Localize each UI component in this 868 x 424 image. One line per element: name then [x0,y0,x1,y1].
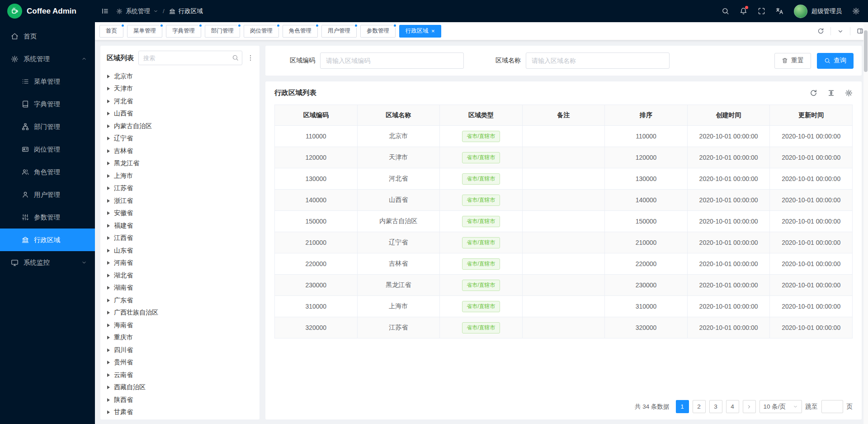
tree-item-西藏自治区[interactable]: 西藏自治区 [100,381,259,394]
expand-caret-icon[interactable] [107,162,110,165]
tree-search-input[interactable] [138,51,242,65]
expand-caret-icon[interactable] [107,174,110,178]
sidebar-group-system[interactable]: 系统管理 [0,48,95,70]
region-name-input[interactable] [526,52,670,69]
table-row[interactable]: 150000内蒙古自治区省市/直辖市1500002020-10-01 00:00… [275,211,853,232]
tree-item-青海省[interactable]: 青海省 [100,419,259,419]
expand-caret-icon[interactable] [107,186,110,190]
close-icon[interactable]: × [431,28,435,34]
tree-item-山西省[interactable]: 山西省 [100,108,259,120]
tab-close-dot[interactable] [393,24,397,28]
expand-caret-icon[interactable] [107,398,110,402]
page-button-4[interactable]: 4 [726,400,739,413]
tree-item-黑龙江省[interactable]: 黑龙江省 [100,157,259,170]
tree-item-湖北省[interactable]: 湖北省 [100,269,259,282]
sidebar-fold-icon[interactable] [101,7,109,15]
table-row[interactable]: 320000江苏省省市/直辖市3200002020-10-01 00:00:00… [275,317,853,338]
tree-item-河北省[interactable]: 河北省 [100,95,259,108]
tab-close-dot[interactable] [237,24,241,28]
expand-caret-icon[interactable] [107,373,110,377]
page-button-3[interactable]: 3 [709,400,722,413]
search-button[interactable]: 查询 [817,53,854,69]
tab-部门管理[interactable]: 部门管理 [205,25,240,38]
expand-caret-icon[interactable] [107,348,110,352]
tab-字典管理[interactable]: 字典管理 [166,25,201,38]
bell-icon[interactable] [740,7,747,15]
table-row[interactable]: 220000吉林省省市/直辖市2200002020-10-01 00:00:00… [275,253,853,275]
tree-item-广西壮族自治区[interactable]: 广西壮族自治区 [100,307,259,319]
next-page-button[interactable] [743,400,756,413]
table-row[interactable]: 230000黑龙江省省市/直辖市2300002020-10-01 00:00:0… [275,275,853,296]
sidebar-item-岗位管理[interactable]: 岗位管理 [0,138,95,161]
tree-item-上海市[interactable]: 上海市 [100,170,259,182]
expand-caret-icon[interactable] [107,149,110,153]
expand-caret-icon[interactable] [107,224,110,228]
page-size-select[interactable]: 10 条/页 [760,400,802,413]
table-row[interactable]: 130000河北省省市/直辖市1300002020-10-01 00:00:00… [275,168,853,190]
table-row[interactable]: 120000天津市省市/直辖市1200002020-10-01 00:00:00… [275,147,853,168]
scrollbar-thumb[interactable] [864,30,868,72]
tree-item-甘肃省[interactable]: 甘肃省 [100,406,259,419]
chevron-down-icon[interactable] [837,28,844,34]
sidebar-group-monitor[interactable]: 系统监控 [0,251,95,274]
expand-caret-icon[interactable] [107,87,110,91]
tree-item-四川省[interactable]: 四川省 [100,344,259,357]
search-icon[interactable] [722,7,729,15]
tree-item-湖南省[interactable]: 湖南省 [100,282,259,295]
sidebar-item-部门管理[interactable]: 部门管理 [0,115,95,138]
tree-item-江西省[interactable]: 江西省 [100,232,259,245]
tree-item-天津市[interactable]: 天津市 [100,83,259,95]
sidebar-item-字典管理[interactable]: 字典管理 [0,93,95,115]
avatar[interactable] [794,5,807,18]
expand-caret-icon[interactable] [107,311,110,314]
layout-panel-icon[interactable] [857,28,863,34]
tab-角色管理[interactable]: 角色管理 [283,25,318,38]
table-row[interactable]: 110000北京市省市/直辖市1100002020-10-01 00:00:00… [275,126,853,147]
expand-caret-icon[interactable] [107,274,110,277]
table-row[interactable]: 210000辽宁省省市/直辖市2100002020-10-01 00:00:00… [275,232,853,253]
expand-caret-icon[interactable] [107,386,110,389]
tab-close-dot[interactable] [315,24,319,28]
expand-caret-icon[interactable] [107,112,110,115]
translate-icon[interactable] [776,7,783,15]
refresh-icon[interactable] [817,28,824,34]
column-settings-icon[interactable] [845,89,853,97]
search-icon[interactable] [232,54,239,61]
expand-caret-icon[interactable] [107,75,110,78]
expand-caret-icon[interactable] [107,211,110,215]
tree-item-山东省[interactable]: 山东省 [100,244,259,257]
sidebar-item-用户管理[interactable]: 用户管理 [0,183,95,206]
expand-caret-icon[interactable] [107,261,110,265]
sidebar-item-行政区域[interactable]: 行政区域 [0,229,95,251]
expand-caret-icon[interactable] [107,199,110,203]
tab-close-dot[interactable] [121,24,125,28]
expand-caret-icon[interactable] [107,336,110,339]
tree-item-河南省[interactable]: 河南省 [100,257,259,270]
expand-caret-icon[interactable] [107,124,110,128]
sidebar-item-参数管理[interactable]: 参数管理 [0,206,95,229]
settings-gear-icon[interactable] [852,7,860,15]
table-row[interactable]: 140000山西省省市/直辖市1400002020-10-01 00:00:00… [275,190,853,211]
vertical-scrollbar[interactable] [863,22,868,424]
tab-参数管理[interactable]: 参数管理 [360,25,396,38]
tab-首页[interactable]: 首页 [99,25,123,38]
expand-caret-icon[interactable] [107,361,110,364]
tab-close-dot[interactable] [160,24,164,28]
tab-用户管理[interactable]: 用户管理 [321,25,357,38]
tree-item-辽宁省[interactable]: 辽宁省 [100,133,259,145]
sidebar-item-home[interactable]: 首页 [0,25,95,48]
tree-item-贵州省[interactable]: 贵州省 [100,357,259,369]
tree-item-北京市[interactable]: 北京市 [100,70,259,83]
tree-item-海南省[interactable]: 海南省 [100,319,259,332]
tree-item-广东省[interactable]: 广东省 [100,294,259,307]
chevron-down-icon[interactable] [153,9,158,14]
breadcrumb-root[interactable]: 系统管理 [126,7,150,15]
sidebar-item-菜单管理[interactable]: 菜单管理 [0,70,95,93]
tab-close-dot[interactable] [276,24,280,28]
page-button-1[interactable]: 1 [676,400,689,413]
tab-行政区域[interactable]: 行政区域× [399,25,441,38]
region-code-input[interactable] [320,52,464,69]
tree-item-浙江省[interactable]: 浙江省 [100,195,259,207]
tree-item-陕西省[interactable]: 陕西省 [100,394,259,406]
expand-caret-icon[interactable] [107,236,110,240]
